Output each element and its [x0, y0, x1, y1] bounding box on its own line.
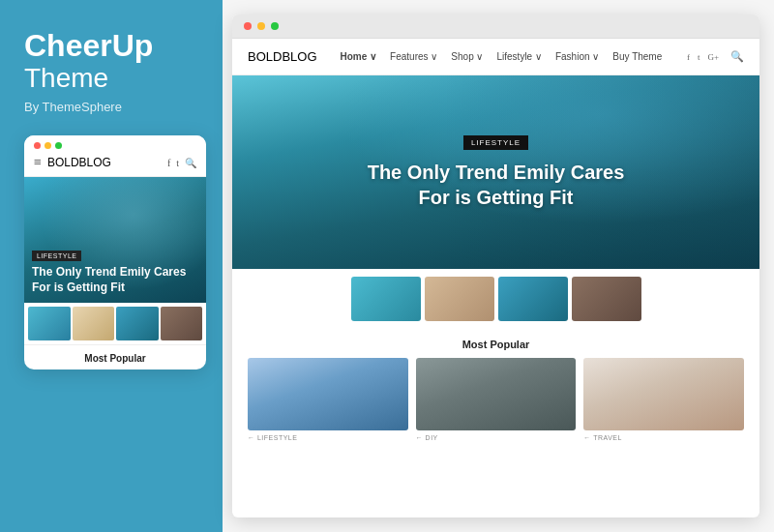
app-title: CheerUp Theme By ThemeSphere: [24, 29, 153, 135]
popular-category-2: ← DIY: [416, 434, 577, 441]
mobile-logo-light: BLOG: [79, 156, 111, 169]
title-cheerup: CheerUp: [24, 29, 153, 63]
popular-card-1: ← LIFESTYLE: [248, 358, 408, 441]
right-panel: BOLDBLOG Home ∨ Features ∨ Shop ∨ Lifest…: [223, 0, 774, 532]
site-logo-bold: BOLD: [248, 49, 282, 64]
mobile-dot-green: [55, 142, 62, 149]
mobile-facebook-icon[interactable]: f: [167, 158, 170, 168]
mobile-nav-right: f t 🔍: [167, 158, 196, 168]
mobile-thumb-4[interactable]: [161, 307, 203, 340]
hero-title: The Only Trend Emily CaresFor is Getting…: [368, 160, 625, 210]
popular-section: Most Popular ← LIFESTYLE ← DIY ← TRAVEL: [232, 329, 759, 447]
site-logo-light: BLOG: [282, 49, 316, 64]
mobile-nav: ≡ BOLDBLOG f t 🔍: [24, 149, 206, 177]
browser-dot-yellow: [257, 22, 265, 30]
hamburger-icon[interactable]: ≡: [34, 155, 42, 170]
popular-category-3: ← TRAVEL: [583, 434, 744, 441]
mobile-logo: BOLDBLOG: [47, 156, 111, 169]
mobile-thumb-2[interactable]: [73, 307, 115, 340]
nav-shop[interactable]: Shop ∨: [451, 51, 483, 62]
thumb-item-3[interactable]: [498, 277, 568, 321]
popular-heading: Most Popular: [248, 339, 744, 350]
nav-home[interactable]: Home ∨: [341, 51, 377, 62]
popular-image-3[interactable]: [583, 358, 744, 430]
search-icon[interactable]: 🔍: [730, 50, 744, 63]
hero-content: LIFESTYLE The Only Trend Emily CaresFor …: [232, 75, 759, 269]
mobile-thumb-3[interactable]: [116, 307, 159, 340]
nav-social: f t G+ 🔍: [687, 50, 744, 63]
nav-buy-theme[interactable]: Buy Theme: [612, 51, 662, 62]
browser-dot-red: [244, 22, 252, 30]
mobile-dot-red: [34, 142, 41, 149]
title-theme: Theme: [24, 63, 153, 94]
thumb-item-2[interactable]: [425, 277, 494, 321]
mobile-twitter-icon[interactable]: t: [176, 158, 179, 168]
popular-card-2: ← DIY: [416, 358, 577, 441]
mobile-thumbnails: [24, 303, 206, 344]
hero-section: LIFESTYLE The Only Trend Emily CaresFor …: [232, 75, 759, 269]
mobile-search-icon[interactable]: 🔍: [185, 158, 196, 168]
thumbnails-row: [232, 269, 759, 329]
nav-lifestyle[interactable]: Lifestyle ∨: [496, 51, 541, 62]
nav-features[interactable]: Features ∨: [390, 51, 437, 62]
popular-card-3: ← TRAVEL: [583, 358, 744, 441]
mobile-category-badge: LIFESTYLE: [32, 251, 81, 261]
mobile-logo-bold: BOLD: [47, 156, 79, 169]
nav-links: Home ∨ Features ∨ Shop ∨ Lifestyle ∨ Fas…: [341, 51, 687, 62]
thumb-item-4[interactable]: [572, 277, 641, 321]
nav-fashion[interactable]: Fashion ∨: [555, 51, 599, 62]
site-nav: BOLDBLOG Home ∨ Features ∨ Shop ∨ Lifest…: [232, 39, 759, 75]
browser-window: BOLDBLOG Home ∨ Features ∨ Shop ∨ Lifest…: [232, 15, 759, 517]
popular-image-2[interactable]: [416, 358, 577, 430]
mobile-preview: ≡ BOLDBLOG f t 🔍 LIFESTYLE The Only Tren…: [24, 135, 206, 369]
mobile-hero-title: The Only Trend Emily Cares For is Gettin…: [32, 265, 198, 295]
mobile-topbar: [24, 135, 206, 149]
hero-category-badge: LIFESTYLE: [463, 135, 528, 150]
facebook-icon[interactable]: f: [687, 52, 690, 62]
popular-category-1: ← LIFESTYLE: [248, 434, 408, 441]
popular-image-1[interactable]: [248, 358, 408, 430]
mobile-dots: [34, 142, 62, 149]
popular-grid: ← LIFESTYLE ← DIY ← TRAVEL: [248, 358, 744, 441]
browser-chrome: [232, 15, 759, 39]
googleplus-icon[interactable]: G+: [707, 52, 719, 62]
left-panel: CheerUp Theme By ThemeSphere ≡ BOLDBLOG …: [0, 0, 223, 532]
mobile-hero-content: LIFESTYLE The Only Trend Emily Cares For…: [24, 237, 206, 303]
browser-dot-green: [271, 22, 279, 30]
title-by: By ThemeSphere: [24, 100, 153, 114]
mobile-hero: LIFESTYLE The Only Trend Emily Cares For…: [24, 177, 206, 303]
mobile-thumb-1[interactable]: [28, 307, 71, 340]
mobile-dot-yellow: [45, 142, 51, 149]
thumb-item-1[interactable]: [351, 277, 421, 321]
mobile-popular-label: Most Popular: [24, 344, 206, 369]
twitter-icon[interactable]: t: [698, 52, 700, 62]
mobile-nav-left: ≡ BOLDBLOG: [34, 155, 111, 170]
site-logo: BOLDBLOG: [248, 49, 317, 64]
